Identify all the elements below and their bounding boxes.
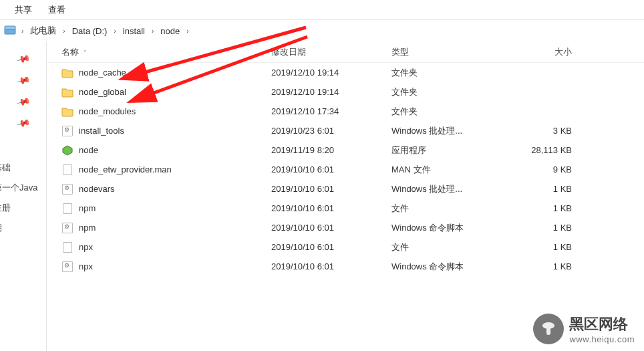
file-size: 9 KB: [498, 164, 585, 174]
file-size: 28,113 KB: [498, 145, 585, 155]
file-date: 2019/10/10 6:01: [271, 223, 391, 233]
table-row[interactable]: npx2019/10/10 6:01文件1 KB: [47, 237, 644, 257]
file-icon: [61, 144, 73, 156]
menu-view[interactable]: 查看: [40, 4, 73, 16]
file-icon: [61, 183, 73, 195]
watermark: 黑区网络 www.heiqu.com: [533, 314, 635, 344]
file-date: 2019/10/10 6:01: [271, 164, 391, 174]
file-icon: [61, 261, 73, 273]
table-row[interactable]: npm2019/10/10 6:01文件1 KB: [47, 199, 644, 218]
column-header-size[interactable]: 大小: [498, 46, 585, 58]
file-date: 2019/10/10 6:01: [271, 242, 391, 252]
table-row[interactable]: node_global2019/12/10 19:14文件夹: [47, 82, 644, 102]
file-type: Windows 批处理...: [391, 183, 498, 195]
file-size: 1 KB: [498, 242, 585, 252]
file-name: install_tools: [79, 126, 124, 136]
table-row[interactable]: node_modules2019/12/10 17:34文件夹: [47, 102, 644, 121]
watermark-url: www.heiqu.com: [569, 334, 635, 344]
file-type: MAN 文件: [391, 164, 498, 176]
chevron-right-icon: ›: [149, 27, 156, 35]
file-icon: [61, 67, 73, 79]
sort-asc-icon: ˄: [82, 49, 87, 56]
file-name: npm: [79, 203, 96, 213]
file-date: 2019/10/10 6:01: [271, 261, 391, 271]
pin-icon: 📌: [15, 73, 31, 88]
file-icon: [61, 222, 73, 234]
file-name: node_cache: [79, 68, 126, 78]
sidebar-label-java[interactable]: 第一个Java: [0, 182, 37, 194]
file-icon: [61, 106, 73, 118]
file-size: 1 KB: [498, 223, 585, 233]
file-size: 1 KB: [498, 184, 585, 194]
file-date: 2019/12/10 17:34: [271, 106, 391, 116]
sidebar-label-reg[interactable]: 主册: [0, 202, 11, 214]
drive-icon: [4, 25, 16, 37]
chevron-right-icon: ›: [111, 27, 118, 35]
file-name: node: [79, 145, 98, 155]
table-row[interactable]: install_tools2019/10/23 6:01Windows 批处理.…: [47, 121, 644, 140]
file-date: 2019/10/10 6:01: [271, 203, 391, 213]
file-icon: [61, 241, 73, 253]
chevron-right-icon: ›: [19, 27, 26, 35]
breadcrumb[interactable]: › 此电脑 › Data (D:) › install › node ›: [0, 20, 644, 41]
table-row[interactable]: node_etw_provider.man2019/10/10 6:01MAN …: [47, 160, 644, 179]
crumb-install[interactable]: install: [120, 26, 148, 36]
file-type: 文件: [391, 203, 498, 215]
file-size: 1 KB: [498, 203, 585, 213]
column-header-name[interactable]: 名称 ˄: [51, 46, 271, 58]
table-row[interactable]: npm2019/10/10 6:01Windows 命令脚本1 KB: [47, 218, 644, 237]
file-name: npm: [79, 223, 96, 233]
column-header-row: 名称 ˄ 修改日期 类型 大小: [47, 41, 644, 63]
file-type: 文件夹: [391, 86, 498, 98]
table-row[interactable]: npx2019/10/10 6:01Windows 命令脚本1 KB: [47, 257, 644, 276]
column-header-date[interactable]: 修改日期: [271, 46, 391, 58]
file-name: node_global: [79, 87, 126, 97]
file-type: 应用程序: [391, 144, 498, 156]
quick-access-sidebar: 📌 📌 📌 📌 基础 第一个Java 主册 期: [0, 41, 47, 351]
svg-rect-1: [5, 26, 15, 29]
column-header-type[interactable]: 类型: [391, 46, 498, 58]
file-name: npx: [79, 242, 93, 252]
table-row[interactable]: node2019/11/19 8:20应用程序28,113 KB: [47, 140, 644, 160]
file-type: Windows 批处理...: [391, 125, 498, 137]
file-date: 2019/12/10 19:14: [271, 87, 391, 97]
file-icon: [61, 86, 73, 98]
svg-rect-6: [546, 327, 550, 335]
file-type: 文件夹: [391, 67, 498, 79]
top-menu: 共享 查看: [0, 0, 644, 20]
crumb-node[interactable]: node: [158, 26, 182, 36]
file-name: npx: [79, 261, 93, 271]
file-icon: [61, 203, 73, 215]
crumb-drive[interactable]: Data (D:): [69, 26, 110, 36]
chevron-right-icon: ›: [184, 27, 191, 35]
table-row[interactable]: node_cache2019/12/10 19:14文件夹: [47, 63, 644, 82]
file-date: 2019/12/10 19:14: [271, 68, 391, 78]
watermark-logo-icon: [533, 314, 564, 344]
column-header-name-label: 名称: [61, 47, 79, 57]
watermark-brand: 黑区网络: [569, 314, 635, 334]
menu-share[interactable]: 共享: [7, 4, 40, 16]
file-name: nodevars: [79, 184, 114, 194]
file-type: 文件: [391, 241, 498, 253]
file-size: 1 KB: [498, 261, 585, 271]
svg-marker-2: [63, 146, 72, 155]
chevron-right-icon: ›: [60, 27, 67, 35]
pin-icon: 📌: [15, 116, 31, 130]
file-list-pane: 名称 ˄ 修改日期 类型 大小 node_cache2019/12/10 19:…: [47, 41, 644, 351]
file-icon: [61, 164, 73, 176]
pin-icon: 📌: [15, 51, 31, 66]
file-type: Windows 命令脚本: [391, 222, 498, 234]
sidebar-label-base[interactable]: 基础: [0, 162, 11, 174]
file-date: 2019/10/10 6:01: [271, 184, 391, 194]
file-date: 2019/11/19 8:20: [271, 145, 391, 155]
file-name: node_etw_provider.man: [79, 164, 172, 174]
file-type: Windows 命令脚本: [391, 261, 498, 273]
file-name: node_modules: [79, 106, 136, 116]
file-icon: [61, 125, 73, 137]
table-row[interactable]: nodevars2019/10/10 6:01Windows 批处理...1 K…: [47, 179, 644, 199]
sidebar-label-date[interactable]: 期: [0, 222, 2, 234]
file-date: 2019/10/23 6:01: [271, 126, 391, 136]
pin-icon: 📌: [15, 94, 31, 109]
crumb-this-pc[interactable]: 此电脑: [27, 25, 59, 37]
file-size: 3 KB: [498, 126, 585, 136]
